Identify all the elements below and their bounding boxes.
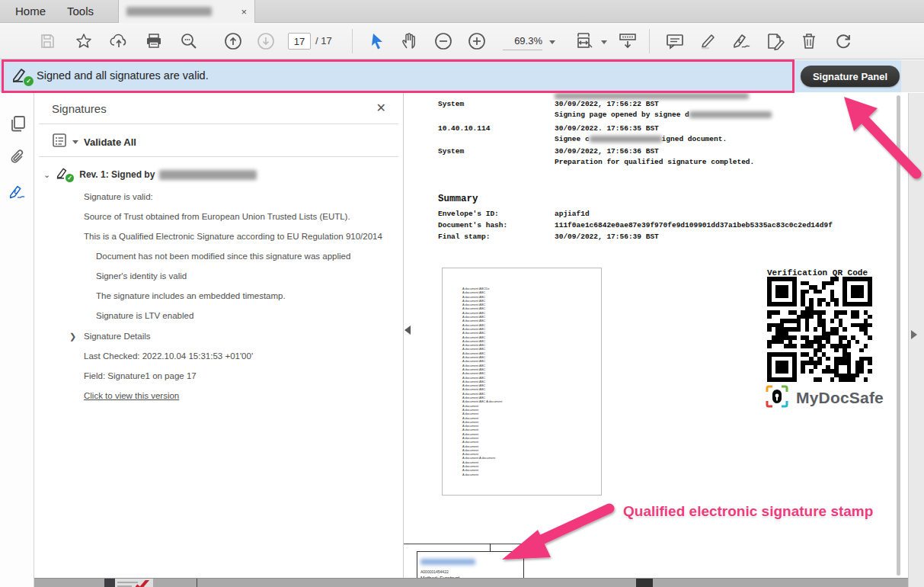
last-checked-label: Last Checked: 2022.10.04 15:31:53 +01'00… — [84, 351, 253, 361]
detail-line: Signature is valid: — [84, 192, 153, 201]
next-page-button[interactable] — [255, 30, 277, 52]
zoom-dropdown[interactable] — [547, 37, 558, 47]
mydocsafe-wordmark: MyDocSafe — [796, 389, 884, 407]
zoom-in-icon — [467, 31, 487, 51]
stamp-fragment — [115, 579, 153, 587]
sign-pen-icon — [731, 31, 753, 51]
sign-button[interactable] — [731, 30, 753, 52]
log-source: System — [438, 146, 464, 157]
summary-heading: Summary — [438, 192, 478, 206]
close-icon[interactable]: × — [241, 7, 247, 17]
signatures-panel-button[interactable] — [7, 183, 27, 204]
tab-home[interactable]: Home — [6, 0, 55, 23]
select-tool-button[interactable] — [366, 30, 387, 52]
stamp-id: A000001454422 — [420, 569, 520, 574]
print-icon — [145, 32, 163, 50]
select-arrow-icon — [368, 32, 385, 50]
acrobat-window: Home Tools × 17 / 17 — [0, 0, 924, 587]
cloud-upload-icon — [109, 32, 129, 50]
vertical-scrollbar[interactable] — [897, 95, 900, 576]
detail-line: The signature includes an embedded times… — [96, 291, 286, 300]
navigation-rail — [0, 93, 34, 587]
save-button[interactable] — [37, 30, 58, 52]
detail-line: Signature is LTV enabled — [96, 311, 193, 320]
page-thumbnails-button[interactable] — [7, 114, 27, 135]
trash-icon — [800, 31, 818, 51]
search-button[interactable] — [178, 30, 200, 52]
comment-button[interactable] — [664, 30, 686, 52]
background-fragment — [104, 579, 115, 587]
thumbnail-text-lines: A document ABCDeA document ABCA document… — [462, 287, 502, 476]
signature-details-toggle[interactable]: Signature Details — [84, 332, 151, 341]
table-line — [404, 544, 523, 544]
signatures-panel: Signatures ✕ Validate All ⌄ ✓ Rev. 1: Si… — [34, 93, 404, 578]
signature-panel-button[interactable]: Signature Panel — [801, 66, 900, 87]
summary-label: Envelope's ID: — [438, 209, 499, 220]
log-source: System — [438, 99, 464, 110]
rotate-icon — [833, 31, 853, 51]
banner-right-gap — [901, 60, 924, 92]
previous-page-button[interactable] — [222, 30, 244, 52]
panel-title: Signatures — [52, 102, 107, 115]
log-action: Signee cigned document. — [555, 134, 727, 145]
hand-icon — [400, 31, 420, 51]
validate-all-label: Validate All — [84, 136, 136, 148]
annotation-text: Qualified electronic signature stamp — [623, 503, 873, 520]
sign-pen-icon — [8, 182, 27, 205]
fill-sign-button[interactable] — [765, 30, 786, 52]
tab-tools[interactable]: Tools — [58, 0, 103, 23]
zoom-out-icon — [433, 31, 453, 51]
right-panel-strip — [908, 93, 924, 587]
document-thumbnail: A document ABCDeA document ABCA document… — [442, 268, 602, 496]
star-icon — [75, 32, 93, 50]
revision-label: Rev. 1: Signed by — [79, 169, 155, 180]
search-icon — [179, 31, 199, 51]
fit-dropdown[interactable] — [599, 37, 609, 47]
zoom-out-button[interactable] — [433, 30, 454, 52]
pink-highlight-box — [2, 59, 795, 93]
delete-pages-button[interactable] — [798, 30, 820, 52]
zoom-level-input[interactable]: 69.3% — [503, 33, 542, 50]
print-button[interactable] — [143, 30, 165, 52]
tab-document[interactable]: × — [118, 0, 255, 23]
hand-tool-button[interactable] — [399, 30, 420, 52]
page-total-label: / 17 — [315, 33, 332, 50]
attachments-button[interactable] — [7, 149, 27, 169]
collapse-panel-arrow[interactable] — [404, 326, 411, 335]
close-icon[interactable]: ✕ — [376, 101, 386, 115]
rotate-pages-button[interactable] — [833, 30, 854, 52]
detail-line: Source of Trust obtained from European U… — [84, 212, 350, 221]
field-label: Field: Signature1 on page 17 — [84, 371, 197, 380]
comment-icon — [665, 32, 685, 50]
fit-width-button[interactable] — [573, 30, 594, 52]
redacted-log-line — [555, 93, 749, 99]
fit-width-icon — [572, 30, 595, 52]
validate-all-button[interactable]: Validate All — [52, 133, 136, 151]
fill-sign-icon — [765, 31, 786, 51]
detail-line: Document has not been modified since thi… — [96, 252, 350, 261]
fit-page-icon — [616, 30, 639, 52]
log-time: 30/09/2022. 17:56:35 BST — [555, 123, 659, 134]
zoom-in-button[interactable] — [466, 30, 488, 52]
document-title-redacted — [126, 7, 212, 16]
pages-icon — [8, 114, 27, 136]
validate-list-icon — [52, 133, 67, 151]
expand-right-panel-arrow[interactable] — [911, 330, 917, 339]
summary-value: 111f0ae1c6842e0ae87e39f970fe9d109901dd37… — [555, 220, 833, 231]
chevron-expanded-icon[interactable]: ⌄ — [43, 170, 50, 180]
share-button[interactable] — [108, 30, 129, 52]
document-page[interactable]: System 30/09/2022, 17:56:22 BST Signing … — [404, 93, 903, 578]
chevron-right-icon[interactable]: ❯ — [69, 332, 76, 342]
highlighter-icon — [699, 31, 718, 51]
fit-page-button[interactable] — [617, 30, 638, 52]
signature-revision-row[interactable]: ⌄ ✓ Rev. 1: Signed by — [43, 166, 257, 183]
highlight-button[interactable] — [698, 30, 719, 52]
mydocsafe-lock-icon — [765, 384, 789, 412]
star-button[interactable] — [73, 30, 94, 52]
horizontal-scrollbar[interactable] — [34, 578, 908, 587]
view-version-link[interactable]: Click to view this version — [84, 391, 179, 400]
scrollbar-thumb[interactable] — [636, 579, 653, 587]
red-check-icon — [136, 580, 149, 587]
page-number-input[interactable]: 17 — [288, 33, 311, 50]
paperclip-icon — [8, 149, 27, 170]
